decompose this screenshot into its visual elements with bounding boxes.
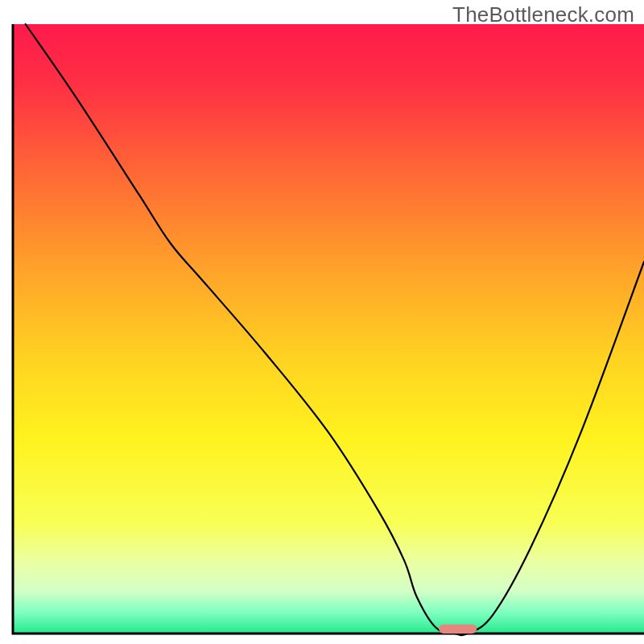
chart-container: TheBottleneck.com xyxy=(0,0,644,644)
watermark-text: TheBottleneck.com xyxy=(452,2,634,27)
bottleneck-chart xyxy=(0,0,644,644)
gradient-background xyxy=(13,24,644,634)
optimal-marker xyxy=(439,625,477,634)
